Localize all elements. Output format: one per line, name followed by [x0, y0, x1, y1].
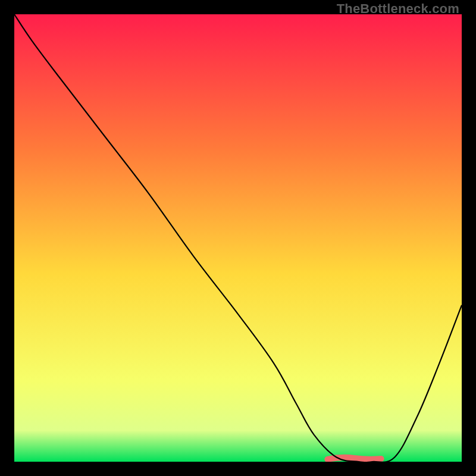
gradient-background [14, 14, 462, 462]
chart-frame [14, 14, 462, 462]
optimal-band-highlight [327, 458, 381, 459]
bottleneck-chart [14, 14, 462, 462]
